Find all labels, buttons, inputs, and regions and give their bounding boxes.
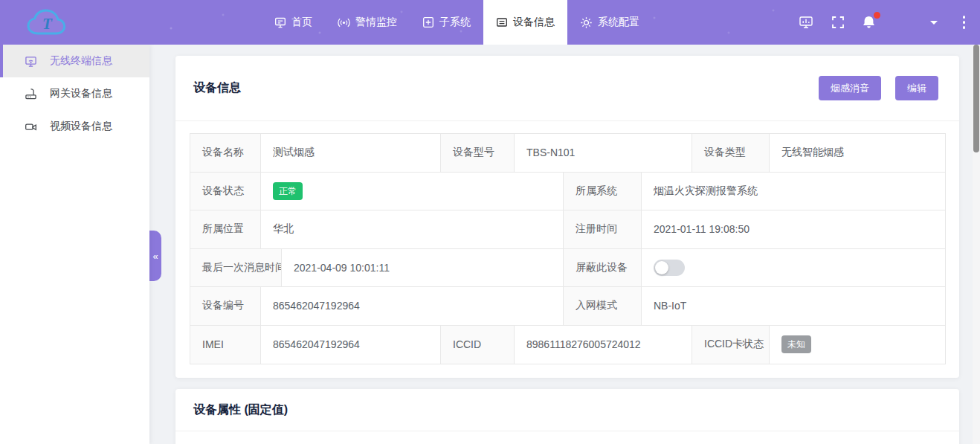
sidebar-item-gateway-device[interactable]: 网关设备信息 bbox=[0, 77, 149, 110]
more-options-icon[interactable] bbox=[960, 13, 969, 32]
nav-item-label: 子系统 bbox=[439, 16, 471, 29]
sidebar-item-label: 网关设备信息 bbox=[50, 87, 112, 100]
field-label-device-model: 设备型号 bbox=[441, 134, 515, 172]
table-row: IMEI 865462047192964 ICCID 8986111827600… bbox=[190, 326, 945, 364]
nav-item-label: 系统配置 bbox=[598, 16, 639, 29]
system-config-gear-icon bbox=[580, 16, 593, 29]
field-value-shield-device bbox=[642, 249, 945, 287]
device-info-card-header: 设备信息 烟感消音 编辑 bbox=[175, 56, 959, 121]
table-row: 设备状态 正常 所属系统 烟温火灾探测报警系统 bbox=[190, 173, 945, 211]
gateway-device-icon bbox=[25, 88, 37, 100]
wireless-terminal-icon bbox=[25, 55, 37, 68]
device-info-card: 设备信息 烟感消音 编辑 设备名称 测试烟感 设备型号 TBS-N101 设备类… bbox=[175, 56, 959, 378]
svg-text:T: T bbox=[42, 15, 53, 33]
sidebar-item-label: 视频设备信息 bbox=[50, 120, 112, 133]
status-badge-unknown: 未知 bbox=[781, 335, 811, 353]
field-value-network-mode: NB-IoT bbox=[642, 287, 945, 325]
field-value-location: 华北 bbox=[261, 210, 564, 248]
smoke-mute-button[interactable]: 烟感消音 bbox=[819, 76, 881, 100]
field-label-imei: IMEI bbox=[190, 326, 261, 364]
nav-item-alarm-monitor[interactable]: 警情监控 bbox=[325, 0, 410, 45]
field-label-device-type: 设备类型 bbox=[692, 134, 770, 172]
field-label-device-name: 设备名称 bbox=[190, 134, 261, 172]
fullscreen-icon[interactable] bbox=[831, 16, 845, 29]
top-nav-bar: T 首页 警情监控 bbox=[0, 0, 980, 45]
device-info-icon bbox=[496, 16, 508, 28]
field-label-device-number: 设备编号 bbox=[190, 287, 261, 325]
device-info-table: 设备名称 测试烟感 设备型号 TBS-N101 设备类型 无线智能烟感 设备状态… bbox=[190, 133, 946, 364]
sidebar-item-label: 无线终端信息 bbox=[50, 54, 112, 68]
field-value-imei: 865462047192964 bbox=[261, 326, 441, 364]
nav-item-device-info[interactable]: 设备信息 bbox=[483, 0, 567, 45]
nav-item-subsystem[interactable]: 子系统 bbox=[410, 0, 483, 45]
notification-badge-dot bbox=[874, 12, 880, 19]
table-row: 所属位置 华北 注册时间 2021-01-11 19:08:50 bbox=[190, 210, 945, 249]
table-row: 设备名称 测试烟感 设备型号 TBS-N101 设备类型 无线智能烟感 bbox=[190, 134, 945, 173]
vertical-scrollbar-thumb[interactable] bbox=[973, 45, 979, 152]
card-header-actions: 烟感消音 编辑 bbox=[819, 76, 938, 100]
field-label-register-time: 注册时间 bbox=[564, 210, 642, 248]
field-value-device-status: 正常 bbox=[261, 173, 564, 210]
field-value-last-message-time: 2021-04-09 10:01:11 bbox=[282, 249, 564, 287]
alarm-monitor-icon bbox=[338, 16, 350, 29]
main-menu: 首页 警情监控 子系统 bbox=[262, 0, 652, 45]
sidebar-collapse-handle[interactable]: « bbox=[149, 231, 161, 281]
field-value-device-model: TBS-N101 bbox=[515, 134, 692, 172]
edit-button[interactable]: 编辑 bbox=[895, 76, 938, 100]
field-value-system: 烟温火灾探测报警系统 bbox=[642, 173, 945, 210]
field-label-last-message-time: 最后一次消息时间 bbox=[190, 249, 282, 287]
home-icon bbox=[274, 16, 286, 28]
field-label-system: 所属系统 bbox=[564, 173, 642, 210]
nav-item-home[interactable]: 首页 bbox=[262, 0, 325, 45]
field-value-register-time: 2021-01-11 19:08:50 bbox=[642, 210, 945, 248]
field-value-device-type: 无线智能烟感 bbox=[770, 134, 945, 172]
page-title: 设备信息 bbox=[193, 80, 241, 96]
sidebar: 无线终端信息 网关设备信息 视频设备信息 bbox=[0, 45, 149, 444]
field-label-shield-device: 屏蔽此设备 bbox=[564, 249, 642, 287]
device-attributes-card: 设备属性 (固定值) bbox=[175, 389, 959, 444]
nav-item-label: 警情监控 bbox=[355, 16, 397, 29]
collapse-chevrons-icon: « bbox=[152, 251, 158, 262]
notification-bell-icon[interactable] bbox=[861, 15, 877, 30]
field-value-iccid: 89861118276005724012 bbox=[515, 326, 692, 364]
field-label-iccid: ICCID bbox=[441, 326, 515, 364]
subsystem-icon bbox=[422, 16, 434, 28]
field-label-network-mode: 入网模式 bbox=[564, 287, 642, 325]
sidebar-item-wireless-terminal[interactable]: 无线终端信息 bbox=[0, 45, 149, 77]
table-row: 最后一次消息时间 2021-04-09 10:01:11 屏蔽此设备 bbox=[190, 249, 945, 288]
field-label-iccid-card-status: ICCID卡状态 bbox=[692, 326, 770, 364]
main-content: 设备信息 烟感消音 编辑 设备名称 测试烟感 设备型号 TBS-N101 设备类… bbox=[149, 45, 973, 444]
field-label-location: 所属位置 bbox=[190, 210, 261, 248]
shield-device-toggle[interactable] bbox=[654, 260, 685, 276]
sidebar-item-video-device[interactable]: 视频设备信息 bbox=[0, 110, 149, 143]
field-value-iccid-card-status: 未知 bbox=[770, 326, 945, 364]
field-label-device-status: 设备状态 bbox=[190, 173, 261, 210]
nav-actions bbox=[799, 0, 980, 45]
brand-cloud-logo: T bbox=[19, 5, 83, 42]
field-value-device-name: 测试烟感 bbox=[261, 134, 441, 172]
nav-item-label: 首页 bbox=[291, 16, 312, 29]
table-row: 设备编号 865462047192964 入网模式 NB-IoT bbox=[190, 287, 945, 326]
device-attributes-card-header: 设备属性 (固定值) bbox=[175, 389, 959, 431]
nav-item-label: 设备信息 bbox=[513, 16, 555, 29]
field-value-device-number: 865462047192964 bbox=[261, 287, 564, 325]
vertical-scrollbar-track[interactable] bbox=[973, 45, 980, 444]
video-device-icon bbox=[25, 120, 37, 133]
dashboard-chart-icon[interactable] bbox=[799, 15, 813, 30]
nav-item-system-config[interactable]: 系统配置 bbox=[567, 0, 652, 45]
status-badge-normal: 正常 bbox=[273, 182, 303, 200]
section-title: 设备属性 (固定值) bbox=[193, 402, 288, 418]
dropdown-caret-icon[interactable] bbox=[930, 21, 938, 28]
